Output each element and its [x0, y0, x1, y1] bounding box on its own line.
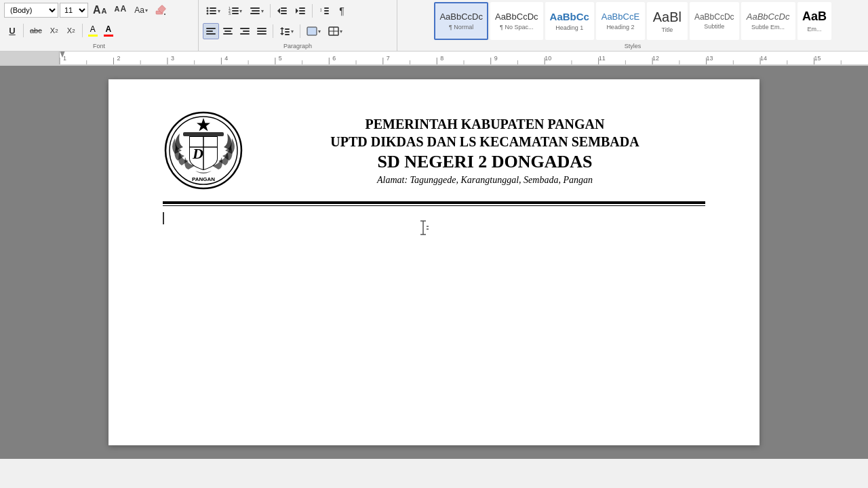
svg-point-7	[207, 13, 209, 15]
numbering-button[interactable]: 1.2.3. ▾	[224, 3, 245, 19]
style-heading2[interactable]: AaBbCcE Heading 2	[596, 2, 645, 40]
svg-rect-23	[299, 7, 305, 9]
svg-marker-101	[197, 118, 210, 131]
svg-rect-14	[232, 13, 239, 14]
svg-marker-44	[280, 33, 284, 35]
svg-text:↕: ↕	[319, 7, 322, 13]
svg-rect-34	[224, 30, 231, 32]
svg-rect-6	[210, 10, 216, 12]
svg-rect-29	[324, 13, 329, 14]
decrease-indent-button[interactable]	[273, 3, 291, 19]
svg-rect-45	[285, 28, 290, 30]
svg-marker-22	[296, 8, 298, 14]
document-area: D PANGAN PEMERINTAH KABUPATEN PANGAN UPT…	[0, 66, 868, 459]
svg-rect-40	[257, 30, 267, 32]
style-normal[interactable]: AaBbCcDc ¶ Normal	[434, 2, 488, 40]
style-no-spacing-preview: AaBbCcDc	[495, 12, 538, 22]
grow-font-button[interactable]: AA	[90, 2, 111, 18]
svg-rect-15	[250, 7, 260, 9]
align-center-button[interactable]	[220, 23, 236, 39]
svg-rect-47	[285, 34, 290, 35]
svg-rect-10	[232, 7, 239, 9]
style-em-label: Em...	[808, 26, 822, 33]
style-subtitle[interactable]: AaBbCcDc Subtitle	[690, 2, 739, 40]
increase-indent-button[interactable]	[292, 3, 309, 19]
style-subtitle-preview: AaBbCcDc	[694, 12, 734, 22]
svg-rect-16	[252, 10, 260, 12]
svg-text:5: 5	[279, 55, 282, 62]
logo-svg: D PANGAN	[163, 110, 244, 191]
style-normal-preview: AaBbCcDc	[439, 12, 483, 22]
svg-text:13: 13	[707, 55, 713, 62]
style-subtitle-label: Subtitle	[704, 23, 724, 30]
font-color-button[interactable]: A	[101, 21, 116, 40]
school-title-line3: SD NEGERI 2 DONGADAS	[264, 150, 705, 174]
svg-rect-19	[281, 7, 287, 9]
justify-button[interactable]	[254, 23, 270, 39]
svg-rect-105	[183, 132, 224, 136]
svg-text:PANGAN: PANGAN	[192, 176, 215, 182]
svg-text:12: 12	[652, 55, 659, 62]
i-beam-cursor	[418, 220, 429, 236]
clear-formatting-button[interactable]	[153, 3, 169, 18]
sort-button[interactable]: ↕	[315, 3, 333, 19]
svg-text:10: 10	[545, 55, 551, 62]
svg-rect-30	[206, 28, 216, 29]
subscript-button[interactable]: X2	[46, 22, 62, 39]
style-em[interactable]: AaB Em...	[797, 2, 831, 40]
svg-text:3: 3	[171, 55, 174, 62]
text-cursor	[163, 212, 164, 224]
style-title-label: Title	[662, 26, 673, 33]
font-section: (Body) 11 AA AA Aa▾ U	[0, 0, 199, 51]
svg-rect-35	[223, 33, 233, 35]
style-heading1-label: Heading 1	[555, 24, 583, 31]
svg-text:2: 2	[117, 55, 120, 62]
multilevel-list-button[interactable]: ▾	[246, 3, 267, 19]
paragraph-section-label: Paragraph	[203, 41, 393, 51]
svg-rect-21	[281, 13, 287, 14]
ribbon: (Body) 11 AA AA Aa▾ U	[0, 0, 868, 66]
font-section-label: Font	[4, 41, 194, 51]
svg-marker-43	[280, 27, 284, 29]
style-heading1[interactable]: AaBbCc Heading 1	[545, 2, 594, 40]
svg-rect-46	[285, 31, 290, 33]
borders-button[interactable]: ▾	[325, 23, 346, 39]
document-page[interactable]: D PANGAN PEMERINTAH KABUPATEN PANGAN UPT…	[108, 79, 760, 445]
line-spacing-button[interactable]: ▾	[276, 23, 297, 39]
svg-rect-33	[223, 28, 233, 29]
highlight-color-button[interactable]: A	[85, 21, 100, 40]
align-right-button[interactable]	[237, 23, 253, 39]
styles-section-label: Styles	[401, 41, 864, 51]
paragraph-section: ▾ 1.2.3. ▾ ▾	[199, 0, 397, 51]
svg-rect-25	[299, 13, 305, 14]
show-hide-button[interactable]: ¶	[334, 3, 350, 19]
shrink-font-button[interactable]: AA	[111, 2, 130, 18]
svg-rect-17	[250, 13, 260, 14]
style-no-spacing[interactable]: AaBbCcDc ¶ No Spac...	[490, 2, 543, 40]
school-address: Alamat: Tagunggede, Karangtunggal, Semba…	[264, 175, 705, 186]
shading-button[interactable]: ▾	[303, 23, 324, 39]
font-family-select[interactable]: (Body)	[4, 3, 58, 18]
font-size-select[interactable]: 11	[60, 3, 88, 18]
svg-rect-32	[206, 33, 216, 35]
school-title-block: PEMERINTAH KABUPATEN PANGAN UPTD DIKDAS …	[264, 115, 705, 186]
bullets-button[interactable]: ▾	[203, 3, 224, 19]
change-case-button[interactable]: Aa▾	[131, 2, 151, 18]
svg-text:14: 14	[760, 55, 767, 62]
style-em-preview: AaB	[802, 9, 827, 24]
style-subtle-em[interactable]: AaBbCcDc Subtle Em...	[741, 2, 795, 40]
superscript-button[interactable]: X2	[63, 22, 79, 39]
text-cursor-area[interactable]	[163, 206, 705, 247]
style-title[interactable]: AaBl Title	[647, 2, 688, 40]
school-title-line2: UPTD DIKDAS DAN LS KECAMATAN SEMBADA	[264, 133, 705, 150]
ruler: 1 2 3 4 5 6 7 8 9 10 11 12 13 14 15	[0, 52, 868, 65]
style-heading2-label: Heading 2	[606, 24, 634, 30]
svg-rect-36	[240, 28, 250, 29]
svg-marker-18	[277, 8, 280, 14]
bold-button[interactable]: U	[4, 22, 20, 39]
svg-rect-4	[210, 7, 216, 9]
strikethrough-button[interactable]: abc	[26, 22, 45, 39]
align-left-button[interactable]	[203, 23, 219, 39]
svg-text:3.: 3.	[229, 12, 231, 16]
style-title-preview: AaBl	[653, 9, 682, 25]
